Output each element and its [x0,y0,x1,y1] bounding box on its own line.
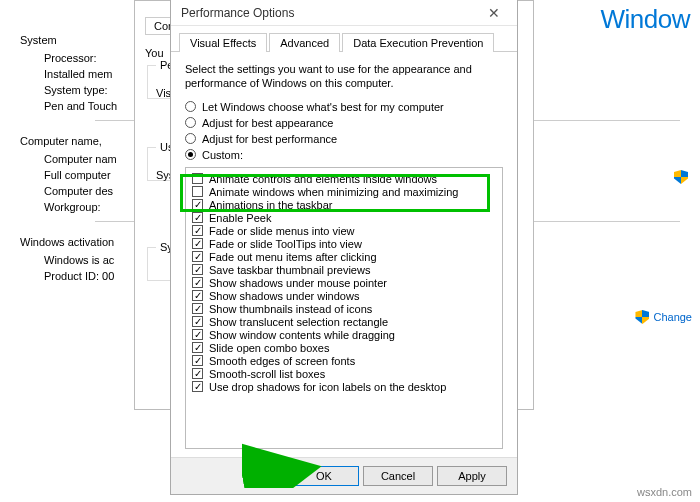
effect-checkbox-row[interactable]: Animate windows when minimizing and maxi… [192,186,496,198]
effect-checkbox-row[interactable]: Smooth-scroll list boxes [192,368,496,380]
effect-checkbox-row[interactable]: Fade or slide menus into view [192,225,496,237]
performance-options-dialog: Performance Options ✕ Visual Effects Adv… [170,0,518,495]
tab-advanced[interactable]: Advanced [269,33,340,52]
effect-checkbox-row[interactable]: Show translucent selection rectangle [192,316,496,328]
checkbox-icon [192,251,203,262]
effect-checkbox-row[interactable]: Show window contents while dragging [192,329,496,341]
checkbox-icon [192,186,203,197]
checkbox-icon [192,381,203,392]
effect-checkbox-row[interactable]: Animate controls and elements inside win… [192,173,496,185]
checkbox-label: Animate windows when minimizing and maxi… [209,186,458,198]
effect-checkbox-row[interactable]: Smooth edges of screen fonts [192,355,496,367]
checkbox-icon [192,264,203,275]
change-link-text: Change [653,311,692,323]
close-icon[interactable]: ✕ [477,1,511,25]
effect-checkbox-row[interactable]: Fade or slide ToolTips into view [192,238,496,250]
radio-best-appearance[interactable]: Adjust for best appearance [185,117,503,129]
button-bar: OK Cancel Apply [171,457,517,494]
checkbox-icon [192,277,203,288]
checkbox-label: Show translucent selection rectangle [209,316,388,328]
change-settings-link-2[interactable]: Change [635,310,692,324]
titlebar[interactable]: Performance Options ✕ [171,0,517,26]
watermark: wsxdn.com [637,486,692,498]
checkbox-icon [192,173,203,184]
checkbox-label: Fade or slide menus into view [209,225,355,237]
radio-custom[interactable]: Custom: [185,149,503,161]
checkbox-label: Show window contents while dragging [209,329,395,341]
checkbox-icon [192,212,203,223]
checkbox-icon [192,368,203,379]
radio-label: Custom: [202,149,243,161]
effect-checkbox-row[interactable]: Show shadows under windows [192,290,496,302]
effect-checkbox-row[interactable]: Slide open combo boxes [192,342,496,354]
checkbox-label: Animate controls and elements inside win… [209,173,437,185]
shield-icon [674,170,688,184]
checkbox-label: Fade or slide ToolTips into view [209,238,362,250]
radio-icon [185,133,196,144]
checkbox-label: Fade out menu items after clicking [209,251,377,263]
apply-button[interactable]: Apply [437,466,507,486]
cancel-button[interactable]: Cancel [363,466,433,486]
tab-body: Select the settings you want to use for … [171,52,517,457]
checkbox-icon [192,290,203,301]
checkbox-label: Save taskbar thumbnail previews [209,264,370,276]
checkbox-label: Use drop shadows for icon labels on the … [209,381,446,393]
checkbox-icon [192,238,203,249]
radio-let-windows-choose[interactable]: Let Windows choose what's best for my co… [185,101,503,113]
checkbox-icon [192,225,203,236]
effect-checkbox-row[interactable]: Fade out menu items after clicking [192,251,496,263]
checkbox-label: Show shadows under mouse pointer [209,277,387,289]
radio-label: Adjust for best appearance [202,117,333,129]
radio-icon [185,101,196,112]
checkbox-icon [192,303,203,314]
radio-best-performance[interactable]: Adjust for best performance [185,133,503,145]
checkbox-icon [192,342,203,353]
dialog-title: Performance Options [181,6,294,20]
checkbox-icon [192,199,203,210]
radio-label: Adjust for best performance [202,133,337,145]
description-text: Select the settings you want to use for … [185,62,503,91]
ok-button[interactable]: OK [289,466,359,486]
tab-visual-effects[interactable]: Visual Effects [179,33,267,52]
windows-brand-text: Window [601,4,690,35]
tab-dep[interactable]: Data Execution Prevention [342,33,494,52]
checkbox-icon [192,355,203,366]
checkbox-label: Animations in the taskbar [209,199,333,211]
shield-icon [635,310,649,324]
effect-checkbox-row[interactable]: Save taskbar thumbnail previews [192,264,496,276]
checkbox-label: Slide open combo boxes [209,342,329,354]
radio-icon [185,149,196,160]
effect-checkbox-row[interactable]: Enable Peek [192,212,496,224]
tabstrip: Visual Effects Advanced Data Execution P… [171,32,517,52]
mid-line: You [145,47,164,59]
effect-checkbox-row[interactable]: Animations in the taskbar [192,199,496,211]
effect-checkbox-row[interactable]: Show thumbnails instead of icons [192,303,496,315]
change-settings-link-1[interactable] [674,170,692,184]
checkbox-label: Smooth edges of screen fonts [209,355,355,367]
checkbox-icon [192,316,203,327]
checkbox-label: Show shadows under windows [209,290,359,302]
effects-checklist[interactable]: Animate controls and elements inside win… [185,167,503,449]
checkbox-label: Smooth-scroll list boxes [209,368,325,380]
radio-icon [185,117,196,128]
radio-label: Let Windows choose what's best for my co… [202,101,444,113]
effect-checkbox-row[interactable]: Use drop shadows for icon labels on the … [192,381,496,393]
checkbox-label: Show thumbnails instead of icons [209,303,372,315]
checkbox-label: Enable Peek [209,212,271,224]
checkbox-icon [192,329,203,340]
effect-checkbox-row[interactable]: Show shadows under mouse pointer [192,277,496,289]
